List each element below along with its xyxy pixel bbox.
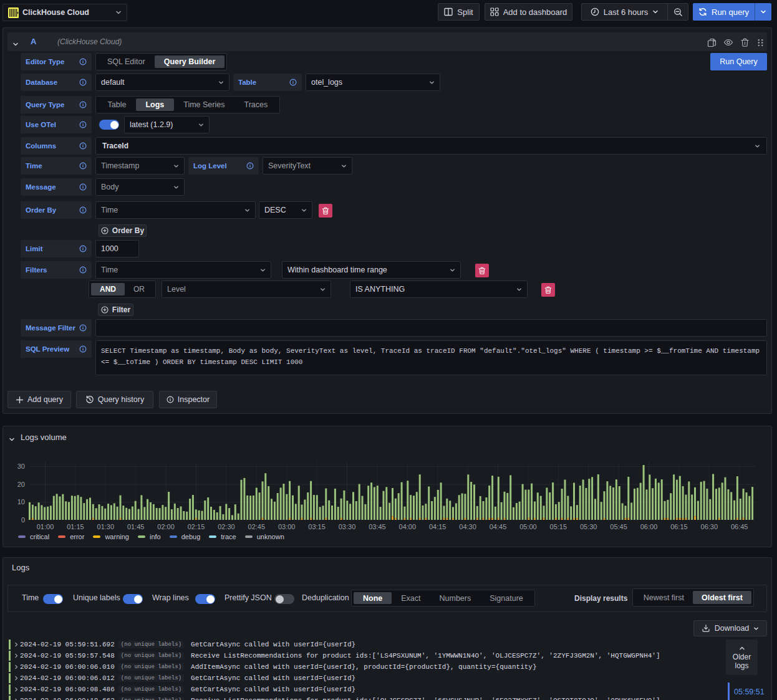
svg-text:05:45: 05:45: [610, 523, 627, 530]
svg-text:05:30: 05:30: [580, 523, 597, 530]
svg-text:03:15: 03:15: [308, 523, 326, 530]
svg-text:04:45: 04:45: [490, 523, 507, 530]
svg-text:03:30: 03:30: [339, 523, 356, 530]
svg-text:06:45: 06:45: [731, 523, 748, 530]
svg-text:01:00: 01:00: [37, 523, 54, 530]
svg-text:02:00: 02:00: [157, 523, 175, 530]
svg-text:03:00: 03:00: [278, 523, 296, 530]
svg-text:30: 30: [17, 463, 25, 470]
svg-text:06:00: 06:00: [640, 523, 658, 530]
svg-text:01:30: 01:30: [97, 523, 115, 530]
svg-text:01:45: 01:45: [127, 523, 145, 530]
svg-text:05:15: 05:15: [550, 523, 567, 530]
svg-text:06:30: 06:30: [701, 523, 718, 530]
svg-text:04:30: 04:30: [459, 523, 476, 530]
svg-text:04:00: 04:00: [399, 523, 417, 530]
svg-text:02:30: 02:30: [218, 523, 235, 530]
svg-text:01:15: 01:15: [67, 523, 84, 530]
svg-text:02:15: 02:15: [188, 523, 205, 530]
svg-text:06:15: 06:15: [670, 523, 688, 530]
svg-text:0: 0: [21, 516, 25, 524]
svg-text:03:45: 03:45: [369, 523, 386, 530]
svg-text:05:00: 05:00: [519, 523, 537, 530]
svg-text:10: 10: [17, 498, 25, 506]
svg-text:20: 20: [17, 481, 25, 488]
svg-text:04:15: 04:15: [429, 523, 446, 530]
svg-text:02:45: 02:45: [248, 523, 266, 530]
